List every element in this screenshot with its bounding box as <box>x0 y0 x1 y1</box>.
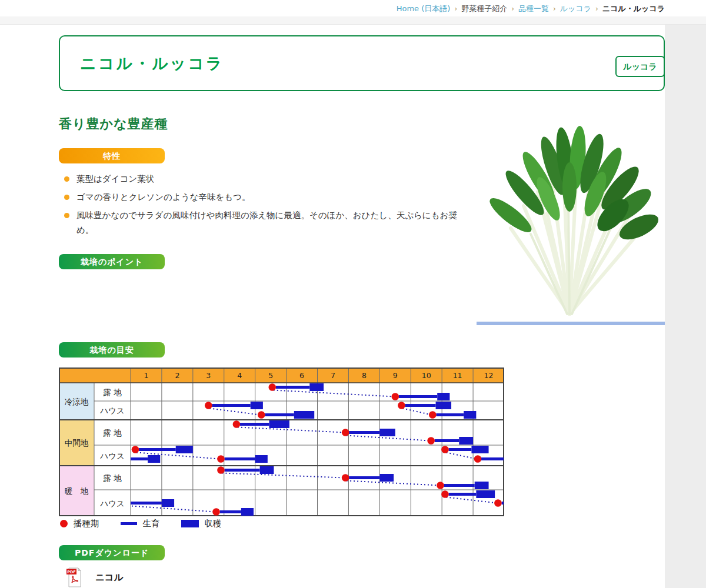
svg-text:露 地: 露 地 <box>103 473 122 483</box>
arugula-plant-image <box>474 116 665 321</box>
breadcrumb-separator: › <box>595 5 598 13</box>
list-item-text: ゴマの香りとクレソンのような辛味をもつ。 <box>76 192 250 202</box>
legend-harvest-bar-icon <box>181 520 199 527</box>
product-photo <box>474 116 665 321</box>
svg-text:10: 10 <box>422 371 431 380</box>
breadcrumb-separator: › <box>553 5 556 13</box>
page-title: ニコル・ルッコラ <box>80 53 224 74</box>
list-item-text: 葉型はダイコン葉状 <box>76 174 154 183</box>
top-bar: Home (日本語)›野菜種子紹介›品種一覧›ルッコラ›ニコル・ルッコラ <box>0 0 706 16</box>
svg-text:PDF: PDF <box>67 570 76 574</box>
pdf-download-badge: PDFダウンロード <box>59 545 165 560</box>
bullet-dot-icon <box>64 195 69 200</box>
breadcrumb-item: 野菜種子紹介 <box>461 4 507 13</box>
breadcrumb-separator: › <box>454 5 457 13</box>
svg-text:8: 8 <box>362 371 367 380</box>
svg-text:2: 2 <box>175 371 179 380</box>
breadcrumb-item[interactable]: ルッコラ <box>560 4 591 13</box>
svg-text:中間地: 中間地 <box>65 438 89 447</box>
pdf-link-label: ニコル <box>95 572 124 584</box>
cultivation-guide-badge: 栽培の目安 <box>59 342 165 358</box>
svg-text:冷涼地: 冷涼地 <box>65 397 89 406</box>
breadcrumb-item[interactable]: 品種一覧 <box>518 4 549 13</box>
svg-text:露 地: 露 地 <box>103 428 122 437</box>
svg-text:露 地: 露 地 <box>103 387 122 397</box>
pdf-link[interactable]: PDF ニコル <box>66 567 124 588</box>
legend-sow-item: 播種期 <box>60 518 99 529</box>
legend-sow-label: 播種期 <box>74 518 99 529</box>
list-item: ゴマの香りとクレソンのような辛味をもつ。 <box>59 190 468 205</box>
characteristics-badge: 特性 <box>59 148 165 163</box>
headline: 香り豊かな豊産種 <box>59 115 168 133</box>
legend-grow-item: 生育 <box>121 518 160 529</box>
breadcrumb-separator: › <box>511 5 514 13</box>
page-title-box: ニコル・ルッコラ <box>59 35 665 91</box>
svg-text:11: 11 <box>453 371 462 380</box>
svg-text:7: 7 <box>331 371 335 380</box>
list-item: 風味豊かなのでサラダの風味付けや肉料理の添え物に最適。そのほか、おひたし、天ぷら… <box>59 208 468 238</box>
svg-text:12: 12 <box>484 371 494 380</box>
svg-text:ハウス: ハウス <box>99 451 124 460</box>
cultivation-calendar-chart: 冷涼地中間地暖 地123456789101112露 地ハウス露 地ハウス露 地ハ… <box>59 368 504 516</box>
svg-text:3: 3 <box>206 371 211 380</box>
image-scrollbar-thumb[interactable] <box>477 322 665 325</box>
svg-text:6: 6 <box>299 371 304 380</box>
breadcrumb-item[interactable]: Home (日本語) <box>397 4 451 13</box>
breadcrumb-current: ニコル・ルッコラ <box>602 4 665 13</box>
svg-text:ハウス: ハウス <box>99 406 124 415</box>
svg-text:4: 4 <box>237 371 242 380</box>
header-divider-band <box>0 16 706 25</box>
legend-sow-dot-icon <box>60 520 68 527</box>
bullet-dot-icon <box>64 213 69 218</box>
svg-text:ハウス: ハウス <box>99 499 124 508</box>
list-item: 葉型はダイコン葉状 <box>59 172 468 186</box>
cultivation-points-badge: 栽培のポイント <box>59 254 165 269</box>
list-item-text: 風味豊かなのでサラダの風味付けや肉料理の添え物に最適。そのほか、おひたし、天ぷら… <box>76 211 457 235</box>
characteristics-list: 葉型はダイコン葉状 ゴマの香りとクレソンのような辛味をもつ。 風味豊かなのでサラ… <box>59 172 468 241</box>
breadcrumb: Home (日本語)›野菜種子紹介›品種一覧›ルッコラ›ニコル・ルッコラ <box>397 4 665 14</box>
legend-grow-label: 生育 <box>143 518 160 529</box>
chart-legend: 播種期 生育 収穫 <box>60 518 243 529</box>
svg-text:9: 9 <box>393 371 398 380</box>
svg-text:5: 5 <box>268 371 273 380</box>
page-right-gutter <box>665 25 706 588</box>
bullet-dot-icon <box>64 176 69 182</box>
legend-harvest-item: 収穫 <box>181 518 222 529</box>
pdf-file-icon: PDF <box>66 567 82 588</box>
legend-harvest-label: 収穫 <box>205 518 222 529</box>
svg-text:1: 1 <box>144 371 148 380</box>
category-button[interactable]: ルッコラ <box>615 56 665 77</box>
svg-text:暖 地: 暖 地 <box>65 486 89 496</box>
legend-grow-line-icon <box>121 522 137 525</box>
